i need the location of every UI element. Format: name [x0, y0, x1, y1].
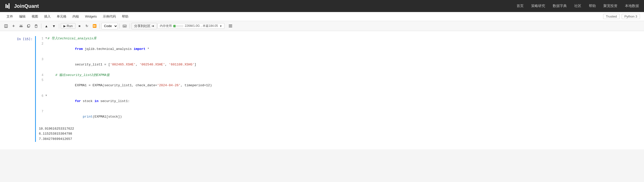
nav-home[interactable]: 首页 — [517, 4, 524, 8]
nav-community[interactable]: 社区 — [574, 4, 581, 8]
svg-rect-7 — [28, 25, 30, 27]
svg-rect-13 — [125, 25, 126, 26]
nav-local-data[interactable]: 本地数据 — [625, 4, 639, 8]
menu-right: Trusted Python 3 — [603, 14, 640, 19]
menu-insert[interactable]: 插入 — [42, 14, 53, 20]
separator-3 — [100, 24, 100, 29]
output-line-3: 7.384278699412657 — [39, 137, 634, 142]
toolbar: + ▲ ▼ — [0, 21, 644, 31]
line-num-5: 5 — [38, 78, 43, 83]
code-line-5: 5 ▼ EXPMA1 = EXPMA(security_list1, check… — [38, 78, 634, 93]
svg-rect-15 — [124, 26, 125, 27]
menu-help[interactable]: 帮助 — [119, 14, 131, 20]
code-text-4: # 输出security_list2的EXPMA值 — [48, 73, 110, 78]
code-text-2: from jqlib.technical_analysis import * — [48, 41, 149, 57]
output-line-1: 10.919616253317622 — [39, 126, 634, 132]
svg-rect-19 — [229, 27, 232, 27]
output-line-2: 6.115253815304798 — [39, 131, 634, 137]
output-area: 10.919616253317622 6.115253815304798 7.3… — [38, 126, 634, 142]
separator-1 — [41, 24, 41, 29]
cell-prompt: In [15]: — [10, 36, 35, 142]
menu-file[interactable]: 文件 — [4, 14, 16, 20]
keyboard-button[interactable] — [121, 23, 128, 30]
nav-help[interactable]: 帮助 — [589, 4, 596, 8]
code-text-1: # 导入technical_analysis库 — [48, 36, 97, 41]
line-num-2: 2 — [38, 41, 43, 46]
nav-links: 首页 策略研究 数据字典 社区 帮助 聚宽投资 本地数据 — [49, 4, 639, 8]
svg-rect-18 — [229, 26, 232, 26]
memory-bar — [173, 25, 183, 27]
code-line-2: 2 ▼ from jqlib.technical_analysis import… — [38, 41, 634, 57]
memory-info[interactable]: 内存使用 226M/1.0G，本篇184.05 ▼ — [157, 23, 224, 29]
move-down-button[interactable]: ▼ — [50, 23, 57, 30]
memory-label: 内存使用 — [160, 24, 172, 28]
share-button[interactable]: 分享到社区 ➜ — [131, 23, 157, 29]
add-cell-button[interactable]: + — [10, 23, 17, 30]
jupyter-notebook: 文件 编辑 视图 插入 单元格 内核 Widgets 示例代码 帮助 Trust… — [0, 12, 644, 149]
svg-rect-14 — [123, 26, 124, 27]
code-text-7: print(EXPMA1[stock]) — [48, 109, 122, 125]
fastforward-icon: ⏩ — [93, 24, 97, 28]
logo-icon — [5, 3, 12, 10]
svg-rect-1 — [7, 5, 8, 8]
menu-toggle-button[interactable] — [227, 23, 234, 30]
menu-view[interactable]: 视图 — [29, 14, 41, 20]
plus-icon: + — [12, 24, 15, 28]
code-text-6: for stock in security_list1: — [48, 94, 130, 109]
arrow-1: ▼ — [45, 36, 47, 41]
memory-fill — [173, 25, 176, 27]
nav-data-dict[interactable]: 数据字典 — [553, 4, 567, 8]
run-button[interactable]: ▶ Run — [61, 23, 75, 29]
nav-strategy[interactable]: 策略研究 — [531, 4, 545, 8]
run-icon: ▶ — [63, 24, 66, 28]
svg-rect-5 — [5, 26, 7, 27]
restart-button[interactable]: ↻ — [84, 23, 91, 30]
line-num-7: 7 — [38, 109, 43, 114]
svg-rect-17 — [229, 25, 232, 25]
memory-dropdown-icon: ▼ — [219, 25, 222, 28]
menu-examples[interactable]: 示例代码 — [100, 14, 118, 20]
code-cell-15: In [15]: 1 ▼ # 导入technical_analysis库 2 ▼ — [10, 36, 634, 142]
move-up-button[interactable]: ▲ — [43, 23, 50, 30]
svg-rect-9 — [35, 25, 37, 26]
logo-text: JoinQuant — [14, 3, 39, 9]
separator-2 — [59, 24, 59, 29]
line-num-3: 3 — [38, 57, 43, 62]
svg-rect-12 — [124, 25, 125, 26]
down-arrow-icon: ▼ — [52, 24, 56, 28]
stop-icon: ■ — [78, 24, 80, 28]
line-num-1: 1 — [38, 36, 43, 41]
python-badge: Python 3 — [622, 14, 640, 19]
menu-kernel[interactable]: 内核 — [70, 14, 82, 20]
copy-button[interactable] — [25, 23, 32, 30]
share-label: 分享到社区 — [134, 24, 150, 28]
fastforward-button[interactable]: ⏩ — [91, 23, 98, 30]
trusted-badge[interactable]: Trusted — [603, 14, 620, 19]
code-line-1: 1 ▼ # 导入technical_analysis库 — [38, 36, 634, 41]
code-text-5: EXPMA1 = EXPMA(security_list1, check_dat… — [48, 78, 212, 93]
top-navigation: JoinQuant 首页 策略研究 数据字典 社区 帮助 聚宽投资 本地数据 — [0, 0, 644, 12]
cell-body[interactable]: 1 ▼ # 导入technical_analysis库 2 ▼ from jql… — [35, 36, 634, 142]
logo[interactable]: JoinQuant — [5, 3, 39, 10]
code-line-3: 3 ▼ security_list1 = ['002465.XSHE', '00… — [38, 57, 634, 72]
svg-rect-2 — [9, 3, 10, 9]
line-num-6: 6 — [38, 94, 43, 99]
notebook-content: In [15]: 1 ▼ # 导入technical_analysis库 2 ▼ — [0, 31, 644, 149]
line-num-4: 4 — [38, 73, 43, 78]
menu-cell[interactable]: 单元格 — [54, 14, 69, 20]
menu-edit[interactable]: 编辑 — [17, 14, 28, 20]
svg-rect-11 — [123, 25, 124, 26]
svg-rect-4 — [5, 25, 7, 26]
code-area[interactable]: 1 ▼ # 导入technical_analysis库 2 ▼ from jql… — [38, 36, 634, 125]
code-text-3: security_list1 = ['002465.XSHE', '002540… — [48, 57, 196, 72]
cell-type-select[interactable]: Code — [101, 23, 118, 29]
save-button[interactable] — [3, 23, 10, 30]
restart-icon: ↻ — [86, 24, 88, 28]
stop-button[interactable]: ■ — [76, 23, 83, 30]
paste-button[interactable] — [33, 23, 40, 30]
nav-invest[interactable]: 聚宽投资 — [603, 4, 617, 8]
menu-widgets[interactable]: Widgets — [83, 14, 99, 19]
cut-button[interactable] — [18, 23, 25, 30]
code-line-4: 4 ▼ # 输出security_list2的EXPMA值 — [38, 73, 634, 78]
svg-rect-16 — [125, 26, 126, 27]
